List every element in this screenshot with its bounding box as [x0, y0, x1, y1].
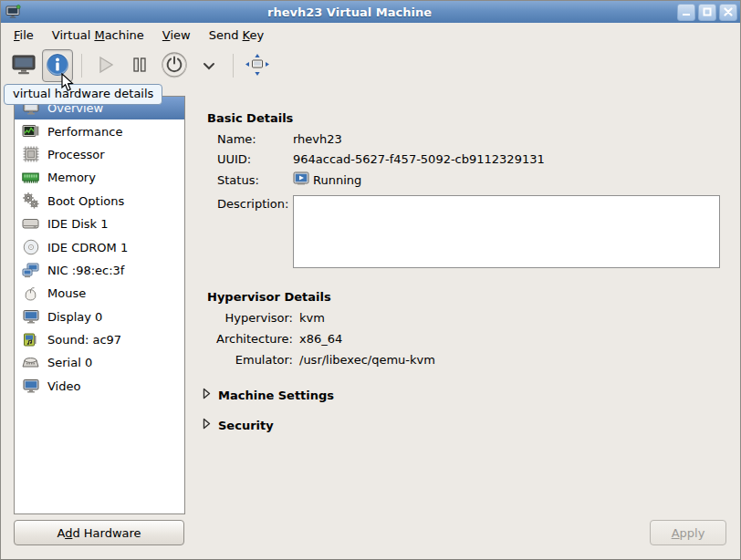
- memory-icon: [22, 170, 39, 186]
- detail-label: UUID:: [217, 152, 293, 166]
- detail-label: Emulator:: [211, 353, 293, 367]
- add-hardware-button[interactable]: Add Hardware: [14, 520, 184, 545]
- nic-icon: [22, 262, 39, 278]
- console-button[interactable]: [8, 49, 39, 82]
- expander-label: Machine Settings: [218, 389, 334, 402]
- sidebar-item-video[interactable]: Video: [15, 375, 184, 398]
- display-icon: [22, 308, 39, 325]
- expander-arrow-icon: [203, 418, 211, 432]
- serial-icon: [22, 355, 39, 371]
- sidebar-item-label: Serial 0: [47, 356, 92, 369]
- pause-button[interactable]: [124, 49, 155, 82]
- detail-value-text: 964accad-5627-f457-5092-cb9112329131: [293, 152, 545, 166]
- sidebar-item-serial-0[interactable]: Serial 0: [15, 351, 184, 374]
- boot-icon: [22, 192, 39, 209]
- expander-label: Security: [218, 419, 274, 432]
- sidebar-item-label: IDE CDROM 1: [47, 241, 128, 254]
- info-icon: [46, 53, 69, 79]
- mouse-icon: [22, 285, 39, 302]
- sidebar-item-label: Mouse: [47, 286, 86, 300]
- sidebar-item-boot-options[interactable]: Boot Options: [15, 190, 184, 213]
- sidebar-item-sound-ac97[interactable]: Sound: ac97: [15, 328, 184, 351]
- detail-value: /usr/libexec/qemu-kvm: [293, 353, 435, 367]
- sidebar-item-label: Display 0: [47, 310, 102, 324]
- titlebar[interactable]: rhevh23 Virtual Machine: [1, 1, 740, 23]
- description-input[interactable]: [293, 195, 720, 268]
- detail-label: Hypervisor:: [211, 311, 293, 325]
- expander-arrow-icon: [203, 388, 211, 402]
- detail-value-text: /usr/libexec/qemu-kvm: [299, 353, 435, 367]
- detail-value: rhevh23: [293, 132, 545, 146]
- sidebar-item-ide-cdrom-1[interactable]: IDE CDROM 1: [15, 235, 184, 258]
- sidebar-item-nic-98-ec-3f[interactable]: NIC :98:ec:3f: [15, 259, 184, 282]
- detail-label: Status:: [217, 173, 293, 187]
- sidebar-item-display-0[interactable]: Display 0: [15, 306, 184, 328]
- menu-file[interactable]: File: [5, 26, 43, 45]
- sidebar-item-label: IDE Disk 1: [47, 217, 109, 231]
- apply-button[interactable]: Apply: [650, 520, 726, 545]
- hypervisor-details-heading: Hypervisor Details: [207, 290, 331, 304]
- run-button[interactable]: [90, 49, 121, 82]
- detail-value-text: x86_64: [299, 332, 342, 346]
- detail-value: kvm: [293, 311, 435, 325]
- pause-icon: [130, 55, 150, 78]
- menu-view[interactable]: View: [153, 26, 200, 45]
- fullscreen-icon: [245, 53, 270, 79]
- sidebar-item-label: Processor: [47, 148, 105, 161]
- close-button[interactable]: [719, 4, 737, 21]
- shutdown-menu-button[interactable]: [193, 49, 224, 82]
- maximize-button[interactable]: [698, 4, 716, 21]
- toolbar: [1, 47, 740, 85]
- play-icon: [95, 54, 117, 78]
- menu-virtual-machine[interactable]: Virtual Machine: [43, 26, 153, 45]
- hypervisor-details-rows: Hypervisor:kvmArchitecture:x86_64Emulato…: [211, 307, 435, 370]
- menubar: FileVirtual MachineViewSend Key: [1, 23, 740, 47]
- menu-send-key[interactable]: Send Key: [200, 26, 273, 45]
- toolbar-separator: [233, 54, 234, 78]
- sidebar-item-performance[interactable]: Performance: [15, 119, 184, 142]
- detail-value: Running: [293, 171, 545, 188]
- hardware-list: OverviewPerformanceProcessorMemoryBoot O…: [14, 96, 185, 514]
- detail-value-text: kvm: [299, 311, 325, 325]
- security-expander[interactable]: Security: [203, 418, 274, 432]
- sidebar-item-label: Performance: [47, 125, 122, 139]
- basic-details-heading: Basic Details: [207, 111, 293, 125]
- app-icon: [4, 4, 22, 20]
- disk-icon: [22, 216, 39, 233]
- power-icon: [161, 51, 188, 81]
- detail-label: Name:: [217, 132, 293, 146]
- minimize-button[interactable]: [677, 4, 695, 21]
- detail-value-text: Running: [313, 173, 361, 187]
- basic-details-rows: Name:rhevh23UUID:964accad-5627-f457-5092…: [217, 129, 545, 191]
- sidebar-item-processor[interactable]: Processor: [15, 143, 184, 166]
- description-label: Description:: [217, 197, 288, 211]
- hardware-details-button[interactable]: [42, 49, 73, 82]
- sound-icon: [22, 332, 39, 348]
- cdrom-icon: [22, 239, 39, 255]
- detail-value: x86_64: [293, 332, 435, 346]
- performance-icon: [22, 123, 39, 140]
- sidebar-item-memory[interactable]: Memory: [15, 166, 184, 189]
- sidebar-item-ide-disk-1[interactable]: IDE Disk 1: [15, 213, 184, 235]
- vm-details-window: rhevh23 Virtual Machine FileVirtual Mach…: [0, 0, 741, 560]
- machine-settings-expander[interactable]: Machine Settings: [203, 388, 334, 402]
- window-controls: [677, 4, 737, 21]
- running-icon: [293, 171, 309, 188]
- sidebar-item-label: Boot Options: [47, 194, 124, 208]
- sidebar-item-label: Video: [47, 379, 80, 393]
- detail-value: 964accad-5627-f457-5092-cb9112329131: [293, 152, 545, 166]
- shutdown-button[interactable]: [158, 49, 191, 82]
- fullscreen-button[interactable]: [242, 49, 273, 82]
- sidebar-item-mouse[interactable]: Mouse: [15, 282, 184, 305]
- console-icon: [11, 54, 37, 78]
- sidebar-item-label: Memory: [47, 171, 96, 184]
- tooltip: virtual hardware details: [4, 84, 162, 105]
- chevron-down-icon: [203, 59, 215, 73]
- detail-label: Architecture:: [211, 332, 293, 346]
- sidebar-item-label: NIC :98:ec:3f: [47, 264, 124, 277]
- sidebar-item-label: Sound: ac97: [47, 333, 121, 347]
- video-icon: [22, 378, 39, 394]
- detail-value-text: rhevh23: [293, 132, 342, 146]
- toolbar-separator: [81, 54, 82, 78]
- processor-icon: [22, 146, 39, 162]
